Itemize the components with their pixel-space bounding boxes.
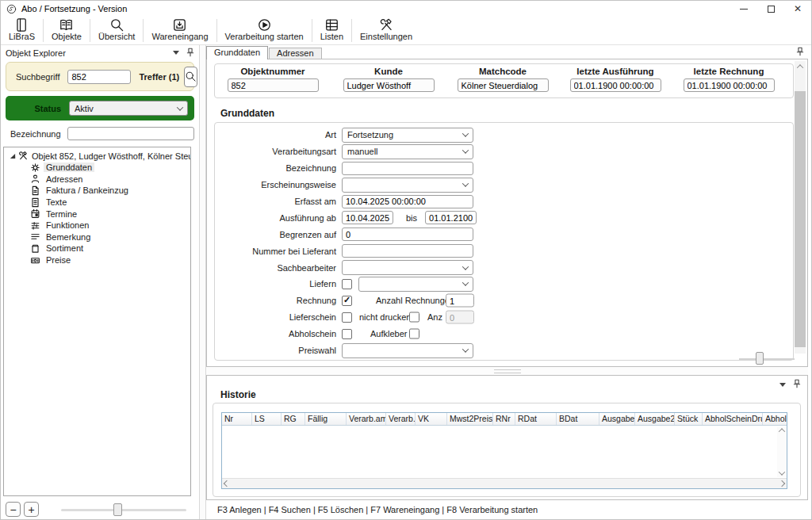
- preiswahl-select[interactable]: [342, 343, 473, 358]
- scroll-left-arrow[interactable]: [224, 480, 230, 487]
- art-select[interactable]: Fortsetzung: [342, 128, 473, 143]
- liefern-checkbox[interactable]: [342, 279, 352, 289]
- verarbeitungsart-select[interactable]: manuell: [342, 144, 473, 159]
- historie-panel: Historie Nr LS RG Fällig Verarb.am Verar…: [206, 375, 808, 500]
- scroll-up-arrow[interactable]: [795, 61, 806, 72]
- ausfuehrung-bis-input[interactable]: [425, 211, 477, 224]
- historie-vertical-scrollbar[interactable]: [777, 426, 787, 477]
- column-header[interactable]: BDat: [557, 413, 599, 425]
- horizontal-splitter[interactable]: [206, 367, 808, 375]
- minimize-button[interactable]: [730, 1, 757, 17]
- erfasst-am-input[interactable]: [342, 195, 473, 208]
- historie-horizontal-scrollbar[interactable]: [222, 478, 787, 488]
- letzte-rechnung-value[interactable]: [684, 78, 775, 92]
- column-header[interactable]: AbholSchein: [763, 413, 787, 425]
- scroll-down-arrow[interactable]: [779, 468, 785, 475]
- sachbearbeiter-label: Sachbearbeiter: [215, 263, 342, 273]
- bezeichnung-filter-input[interactable]: [67, 127, 194, 140]
- tree-item-bemerkung[interactable]: Bemerkung: [4, 231, 190, 243]
- tree-item-termine[interactable]: Termine: [4, 208, 190, 220]
- search-button[interactable]: [184, 67, 197, 87]
- zoom-out-button[interactable]: −: [6, 502, 21, 517]
- column-header[interactable]: VK: [416, 413, 447, 425]
- tree-item-adressen[interactable]: Adressen: [4, 174, 190, 185]
- panel-collapse-icon[interactable]: [173, 51, 179, 55]
- tree-item-grunddaten[interactable]: Grunddaten: [4, 162, 190, 174]
- maximize-button[interactable]: [757, 1, 784, 17]
- column-header[interactable]: RG: [282, 413, 305, 425]
- panel-collapse-icon[interactable]: [779, 383, 786, 387]
- anz-input[interactable]: [446, 311, 474, 324]
- toolbar-button-objekte[interactable]: Objekte: [44, 17, 90, 44]
- column-header[interactable]: RNr: [493, 413, 515, 425]
- letzte-ausfuehrung-value[interactable]: [570, 78, 661, 92]
- column-header[interactable]: RDat: [515, 413, 557, 425]
- search-input[interactable]: [67, 70, 131, 84]
- toolbar-label: Listen: [320, 32, 343, 41]
- objekt-explorer-title: Objekt Explorer: [6, 48, 66, 58]
- pin-icon[interactable]: [186, 48, 194, 59]
- toolbar-button-einstellungen[interactable]: Einstellungen: [352, 17, 420, 44]
- column-header[interactable]: Ausgabe: [599, 413, 635, 425]
- tree-item-texte[interactable]: Texte: [4, 197, 190, 208]
- abholschein-checkbox[interactable]: [342, 329, 352, 339]
- lieferschein-checkbox[interactable]: [342, 312, 352, 323]
- zoom-slider-thumb[interactable]: [113, 503, 122, 516]
- zoom-in-button[interactable]: +: [24, 502, 39, 517]
- column-header[interactable]: Verarb.: [386, 413, 416, 425]
- toolbar-button-wareneingang[interactable]: Wareneingang: [144, 17, 216, 44]
- scrollbar-thumb[interactable]: [795, 91, 806, 347]
- detail-zoom-slider[interactable]: [739, 352, 795, 365]
- scroll-up-arrow[interactable]: [779, 428, 785, 434]
- anzahl-rechnungen-input[interactable]: [446, 294, 474, 308]
- column-header[interactable]: Mwst2Preis: [447, 413, 493, 425]
- slider-thumb[interactable]: [756, 352, 764, 365]
- nicht-drucken-checkbox[interactable]: [409, 312, 419, 323]
- toolbar-button-verarbeitung-starten[interactable]: Verarbeitung starten: [217, 17, 312, 44]
- tab-grunddaten[interactable]: Grunddaten: [206, 46, 268, 59]
- close-button[interactable]: ✕: [784, 1, 811, 17]
- toolbar-label: Übersicht: [98, 32, 135, 41]
- tree-root-node[interactable]: Objekt 852, Ludger Wösthoff, Kölner Steu…: [4, 150, 190, 162]
- tree-item-preise[interactable]: Preise: [4, 254, 190, 266]
- kunde-value[interactable]: [343, 78, 435, 92]
- nummer-bei-lieferant-input[interactable]: [342, 244, 473, 258]
- form-row-begrenzen-auf: Begrenzen auf: [215, 226, 793, 243]
- column-header[interactable]: AbholScheinDru: [703, 413, 763, 425]
- column-header[interactable]: LS: [252, 413, 282, 425]
- erscheinungsweise-select[interactable]: [342, 178, 473, 193]
- objektnummer-value[interactable]: [228, 78, 319, 92]
- aufkleber-checkbox[interactable]: [409, 329, 419, 339]
- status-select[interactable]: Aktiv: [69, 101, 188, 116]
- zoom-slider[interactable]: [61, 503, 186, 517]
- tree-item-sortiment[interactable]: Sortiment: [4, 243, 190, 254]
- sachbearbeiter-select[interactable]: [342, 260, 473, 275]
- column-header[interactable]: Verarb.am: [347, 413, 386, 425]
- column-header[interactable]: Stück: [675, 413, 703, 425]
- toolbar-button-libras[interactable]: LiBraS: [1, 17, 43, 44]
- toolbar-button-uebersicht[interactable]: Übersicht: [90, 17, 143, 44]
- column-header[interactable]: Ausgabe2: [635, 413, 675, 425]
- matchcode-value[interactable]: [458, 78, 549, 92]
- detail-vertical-scrollbar[interactable]: [795, 61, 806, 354]
- toolbar-button-listen[interactable]: Listen: [312, 17, 351, 44]
- vertical-splitter[interactable]: [199, 45, 206, 519]
- liefern-select[interactable]: [358, 277, 473, 292]
- detail-area: Grunddaten Adressen Objektnummer: [206, 45, 808, 519]
- tree-item-faktura[interactable]: Faktura / Bankeinzug: [4, 185, 190, 197]
- form-row-bezeichnung: Bezeichnung: [215, 160, 793, 177]
- tab-adressen[interactable]: Adressen: [269, 48, 321, 59]
- ausfuehrung-ab-input[interactable]: [342, 211, 393, 224]
- scroll-right-arrow[interactable]: [779, 480, 785, 487]
- pin-icon[interactable]: [793, 379, 801, 390]
- column-header[interactable]: Fällig: [305, 413, 347, 425]
- tree-item-label: Texte: [44, 197, 69, 207]
- begrenzen-auf-input[interactable]: [342, 228, 473, 241]
- bezeichnung-input[interactable]: [342, 162, 473, 175]
- column-header[interactable]: Nr: [222, 413, 252, 425]
- rechnung-checkbox[interactable]: [342, 296, 352, 306]
- magnifier-icon: [109, 17, 124, 32]
- tree-item-funktionen[interactable]: Funktionen: [4, 220, 190, 231]
- tree-expander-icon[interactable]: [10, 153, 15, 158]
- pin-icon[interactable]: [796, 47, 804, 58]
